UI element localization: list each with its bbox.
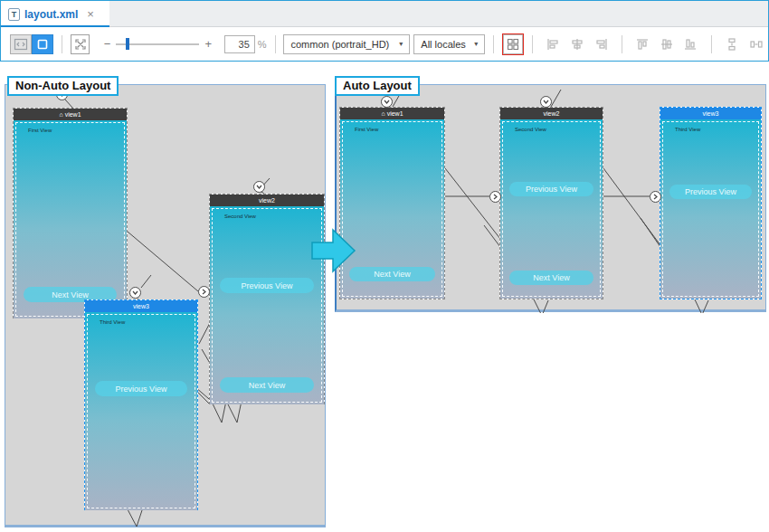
align-center-icon	[570, 37, 584, 52]
phone-view1[interactable]: ⌂ view1 First View Next View	[13, 108, 128, 318]
view-text-label: First View	[28, 128, 52, 133]
align-top-icon	[635, 37, 650, 52]
align-top-button[interactable]	[635, 36, 650, 52]
view-text-label: Second View	[515, 127, 546, 132]
zoom-in-button[interactable]: +	[199, 37, 217, 51]
previous-view-button[interactable]: Previous View	[509, 182, 593, 196]
transition-target-icon[interactable]	[198, 286, 210, 298]
locales-value: All locales	[421, 39, 466, 50]
view-text-label: Second View	[224, 214, 256, 219]
view-title-bar: view2	[500, 108, 603, 119]
align-center-button[interactable]	[570, 36, 585, 52]
separator	[532, 35, 533, 53]
view-body: Third View Previous View	[660, 119, 761, 299]
phone-view2[interactable]: view2 Second View Previous View Next Vie…	[209, 194, 325, 404]
transition-source-icon[interactable]	[129, 287, 141, 299]
distribute-horizontal-icon	[749, 37, 764, 52]
transition-source-icon[interactable]	[253, 181, 265, 193]
view-title: view1	[387, 110, 403, 117]
fit-expand-icon	[73, 37, 88, 52]
fit-to-window-button[interactable]	[71, 34, 89, 54]
design-view-icon	[36, 38, 49, 51]
view-text-label: First View	[355, 127, 378, 132]
zoom-slider: − +	[99, 37, 217, 51]
auto-layout-label: Auto Layout	[335, 76, 420, 96]
view-title-bar: view2	[210, 195, 324, 206]
toolbar: − + 35 % common (portrait_HD) ▾ All loca…	[1, 27, 768, 61]
view-body: Second View Previous View Next View	[210, 206, 324, 404]
view-text-label: Third View	[100, 319, 125, 325]
separator	[275, 35, 276, 53]
zoom-slider-handle[interactable]	[126, 38, 129, 50]
view-title: view2	[259, 197, 275, 204]
previous-view-button[interactable]: Previous View	[95, 381, 187, 396]
canvas-non-auto-layout[interactable]: ⌂ view1 First View Next View view2 Secon…	[5, 84, 326, 527]
align-middle-button[interactable]	[660, 36, 675, 52]
zoom-out-button[interactable]: −	[99, 37, 117, 51]
next-view-button[interactable]: Next View	[349, 267, 434, 281]
auto-layout-grid-icon	[506, 37, 520, 52]
align-left-icon	[546, 37, 560, 52]
zoom-slider-track[interactable]	[116, 43, 199, 45]
transition-target-icon[interactable]	[489, 191, 501, 203]
code-view-icon	[14, 38, 28, 51]
source-view-toggle[interactable]	[10, 34, 32, 54]
view-title-bar: view3	[660, 108, 761, 119]
phone-view3[interactable]: view3 Third View Previous View	[84, 299, 198, 510]
distribute-vertical-button[interactable]	[725, 36, 740, 52]
percent-label: %	[258, 39, 267, 50]
view-title: view3	[703, 110, 719, 117]
view-text-label: Third View	[675, 127, 700, 132]
canvas-auto-layout[interactable]: ⌂ view1 First View Next View view2 Secon…	[335, 84, 766, 312]
selection-dash-border	[87, 314, 195, 508]
tab-close-icon[interactable]: ×	[87, 8, 94, 20]
selection-dash-border	[212, 208, 322, 403]
separator	[711, 35, 712, 53]
screen-config-value: common (portrait_HD)	[290, 39, 389, 50]
design-view-toggle[interactable]	[32, 34, 53, 54]
tab-title: layout.xml	[24, 8, 78, 21]
transform-arrow-icon	[311, 225, 356, 276]
transition-source-icon[interactable]	[381, 96, 393, 108]
align-right-button[interactable]	[593, 36, 609, 52]
transition-target-icon[interactable]	[650, 191, 661, 203]
tab-bar: T layout.xml ×	[1, 1, 768, 27]
separator	[622, 35, 622, 53]
screen-config-dropdown[interactable]: common (portrait_HD) ▾	[283, 34, 410, 54]
view-body: First View Next View	[14, 120, 127, 318]
view-body: Third View Previous View	[85, 312, 197, 510]
view-title: view2	[544, 110, 560, 117]
separator	[62, 35, 62, 53]
phone-view3[interactable]: view3 Third View Previous View	[660, 107, 762, 299]
auto-layout-highlight-box: Auto Layout	[502, 33, 524, 55]
transition-source-icon[interactable]	[540, 96, 552, 108]
align-bottom-button[interactable]	[683, 36, 698, 52]
next-view-button[interactable]: Next View	[509, 271, 593, 285]
distribute-horizontal-button[interactable]	[748, 36, 764, 52]
editor-chrome: T layout.xml × − + 35 % common (portrait…	[0, 0, 769, 62]
previous-view-button[interactable]: Previous View	[669, 185, 752, 199]
non-auto-layout-label: Non-Auto Layout	[7, 76, 119, 96]
chevron-down-icon: ▾	[392, 40, 403, 48]
phone-view2[interactable]: view2 Second View Previous View Next Vie…	[499, 107, 603, 299]
view-title-bar: view3	[85, 300, 197, 312]
tab-layout-xml[interactable]: T layout.xml ×	[1, 1, 109, 27]
auto-layout-button[interactable]	[503, 34, 523, 54]
selection-dash-border	[662, 121, 759, 297]
previous-view-button[interactable]: Previous View	[220, 278, 313, 293]
home-icon: ⌂	[59, 111, 62, 118]
separator	[493, 35, 494, 53]
file-type-icon: T	[8, 8, 20, 21]
view-title-bar: ⌂ view1	[340, 108, 444, 119]
locales-dropdown[interactable]: All locales ▾	[413, 34, 485, 54]
view-title: view1	[65, 111, 81, 118]
view-body: Second View Previous View Next View	[500, 119, 603, 299]
view-title-bar: ⌂ view1	[14, 109, 127, 120]
home-icon: ⌂	[381, 110, 384, 117]
align-left-button[interactable]	[546, 36, 561, 52]
align-bottom-icon	[683, 37, 698, 52]
zoom-value-input[interactable]: 35	[224, 35, 255, 53]
align-right-icon	[594, 37, 609, 52]
next-view-button[interactable]: Next View	[220, 377, 313, 393]
chevron-down-icon: ▾	[467, 40, 478, 48]
